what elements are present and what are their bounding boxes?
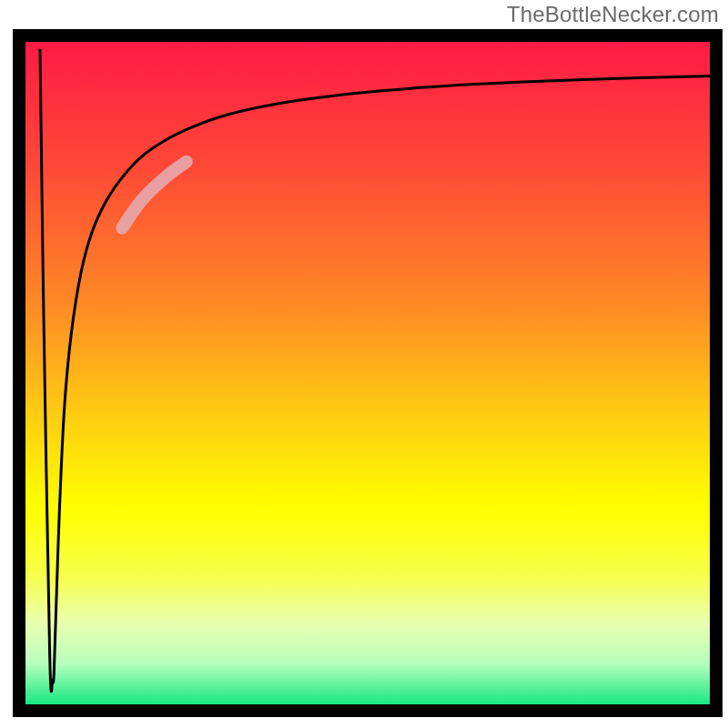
gradient-background (19, 35, 716, 711)
watermark-text: TheBottleNecker.com (507, 2, 719, 27)
chart-container: TheBottleNecker.com (0, 0, 728, 728)
bottleneck-chart (0, 0, 728, 728)
plot-area (19, 35, 716, 711)
